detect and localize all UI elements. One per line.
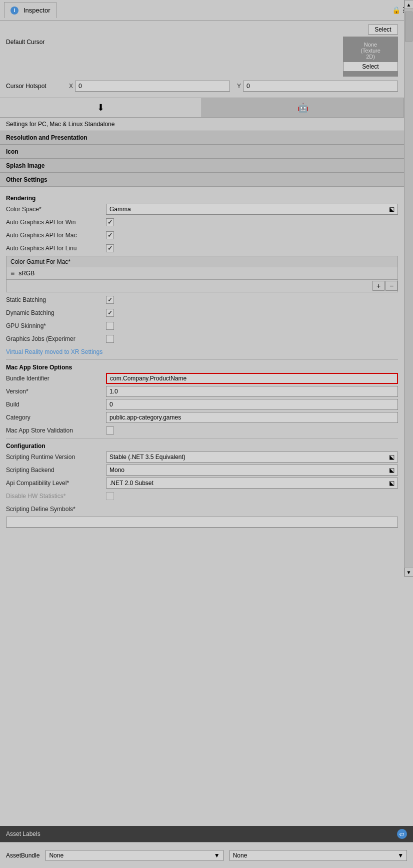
auto-graphics-win-row: Auto Graphics API for Win [6,217,398,228]
color-space-text: Gamma [110,206,131,213]
other-settings-content: Rendering Color Space* Gamma ⬕ Auto Grap… [0,187,404,532]
gpu-skinning-row: GPU Skinning* [6,320,398,331]
mac-validation-checkbox[interactable] [106,426,114,435]
texture-label: None(Texture2D) [360,42,380,60]
select-button-top[interactable]: Select [368,25,398,35]
scripting-backend-dropdown[interactable]: Mono ⬕ [106,465,398,476]
bundle-id-row: Bundle Identifier [6,373,398,384]
section-resolution[interactable]: Resolution and Presentation [0,131,404,145]
scripting-symbols-input[interactable] [6,517,398,528]
section-other-settings-label: Other Settings [6,176,48,183]
tab-desktop[interactable]: ⬇ [0,98,202,117]
tag-icon[interactable]: 🏷 [397,829,407,839]
cursor-hotspot-row: Cursor Hotspot X Y [6,79,398,94]
bundle-dropdown-1-text: None [49,852,64,859]
category-row: Category [6,412,398,423]
select-button-texture[interactable]: Select [343,62,398,72]
x-label: X [69,83,73,90]
auto-graphics-mac-row: Auto Graphics API for Mac [6,230,398,241]
bundle-id-input[interactable] [106,373,398,384]
dynamic-batching-row: Dynamic Batching [6,307,398,318]
disable-hw-row: Disable HW Statistics* [6,491,398,502]
rendering-label: Rendering [6,195,398,202]
mac-validation-value [106,426,398,435]
section-icon[interactable]: Icon [0,145,404,159]
api-compat-label: Api Compatibility Level* [6,480,106,487]
bundle-id-label: Bundle Identifier [6,375,106,382]
static-batching-checkbox[interactable] [106,296,114,304]
scrollbar-up-arrow[interactable]: ▲ [404,0,414,9]
color-gamut-remove-btn[interactable]: − [386,281,398,291]
tab-android[interactable]: 🤖 [202,98,404,117]
title-bar: i Inspector 🔒 ☰ [0,0,413,21]
separator-2 [6,438,398,439]
select-row-top: Select [6,25,398,35]
api-compat-arrow: ⬕ [389,480,394,487]
asset-labels-bar: Asset Labels 🏷 [0,826,413,842]
scripting-backend-value: Mono ⬕ [106,465,398,476]
color-gamut-add-btn[interactable]: + [372,281,384,291]
inspector-tab[interactable]: i Inspector [4,2,56,18]
scripting-backend-label: Scripting Backend [6,467,106,474]
color-gamut-header: Color Gamut For Mac* [6,256,398,267]
y-label: Y [237,83,241,90]
section-resolution-label: Resolution and Presentation [6,134,88,141]
auto-graphics-mac-checkbox[interactable] [106,231,114,239]
scripting-runtime-label: Scripting Runtime Version [6,454,106,461]
scripting-runtime-value: Stable (.NET 3.5 Equivalent) ⬕ [106,452,398,463]
version-input[interactable] [106,386,398,397]
scrollbar: ▲ ▼ [404,0,413,577]
hotspot-x-input[interactable] [75,81,230,92]
info-icon: i [10,7,18,15]
auto-graphics-linux-value [106,244,398,252]
version-value [106,386,398,397]
asset-bundle-bar: AssetBundle None ▼ None ▼ [0,842,413,868]
mac-app-store-label: Mac App Store Options [6,364,398,371]
lock-icon[interactable]: 🔒 [392,6,400,14]
auto-graphics-win-value [106,218,398,226]
tab-title: Inspector [24,7,50,14]
scrollbar-track[interactable] [404,9,413,568]
scrollbar-down-arrow[interactable]: ▼ [404,568,414,577]
build-label: Build [6,401,106,408]
category-input[interactable] [106,412,398,423]
scrollbar-thumb[interactable] [405,12,412,42]
scripting-runtime-dropdown[interactable]: Stable (.NET 3.5 Equivalent) ⬕ [106,452,398,463]
static-batching-value [106,296,398,304]
separator-1 [6,359,398,360]
vr-link[interactable]: Virtual Reality moved to XR Settings [6,348,102,355]
color-space-label: Color Space* [6,206,106,213]
dynamic-batching-checkbox[interactable] [106,309,114,317]
auto-graphics-win-checkbox[interactable] [106,218,114,226]
hotspot-y-input[interactable] [243,81,398,92]
platform-tabs: ⬇ 🤖 [0,98,404,118]
scripting-symbols-label: Scripting Define Symbols* [6,506,106,513]
bundle-dropdown-2-arrow: ▼ [398,852,404,859]
default-cursor-row: Default Cursor None(Texture2D) Select [6,37,398,77]
section-splash[interactable]: Splash Image [0,159,404,173]
gpu-skinning-value [106,322,398,330]
inspector-content: Select Default Cursor None(Texture2D) Se… [0,21,413,577]
texture-box: None(Texture2D) Select [343,37,398,77]
hotspot-x-coord: X [69,81,230,92]
color-space-value: Gamma ⬕ [106,204,398,215]
disable-hw-label: Disable HW Statistics* [6,493,106,500]
color-space-dropdown[interactable]: Gamma ⬕ [106,204,398,215]
build-input[interactable] [106,399,398,410]
graphics-jobs-value [106,335,398,343]
section-icon-label: Icon [6,148,18,155]
mac-validation-row: Mac App Store Validation [6,425,398,436]
section-other-settings[interactable]: Other Settings [0,173,404,187]
graphics-jobs-checkbox[interactable] [106,335,114,343]
api-compat-dropdown[interactable]: .NET 2.0 Subset ⬕ [106,478,398,489]
gpu-skinning-checkbox[interactable] [106,322,114,330]
gpu-skinning-label: GPU Skinning* [6,322,106,329]
version-row: Version* [6,386,398,397]
scripting-backend-row: Scripting Backend Mono ⬕ [6,465,398,476]
scripting-symbols-row: Scripting Define Symbols* [6,504,398,515]
asset-bundle-dropdown-2[interactable]: None ▼ [230,850,407,861]
auto-graphics-linux-checkbox[interactable] [106,244,114,252]
asset-bundle-dropdown-1[interactable]: None ▼ [46,850,223,861]
auto-graphics-win-label: Auto Graphics API for Win [6,219,106,226]
gamut-drag-handle[interactable]: ≡ [10,269,14,277]
